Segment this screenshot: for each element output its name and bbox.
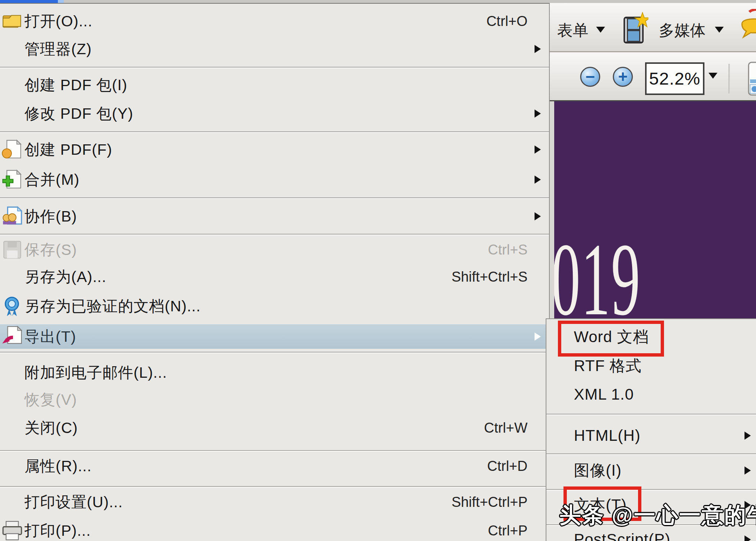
menu-separator [0, 234, 549, 235]
menu-separator [0, 67, 549, 68]
menu-item-create-pdf-package[interactable]: 创建 PDF 包(I) [0, 72, 549, 98]
menu-shortcut: Ctrl+P [488, 523, 527, 539]
menu-item-save-as[interactable]: 另存为(A)... Shift+Ctrl+S [0, 265, 549, 289]
menu-item-label: 另存为已验证的文档(N)... [24, 296, 201, 317]
submenu-arrow-icon [535, 212, 541, 220]
submenu-item-postscript[interactable]: PostScript(P) [546, 529, 756, 541]
export-icon [1, 326, 23, 347]
forms-button[interactable]: 表单 [557, 20, 588, 41]
menu-item-label: 打印(P)... [24, 521, 91, 541]
certified-ribbon-icon [1, 295, 23, 317]
watermark-text: 头条 @一心一意的牛 [559, 501, 756, 530]
menu-item-label: 保存(S) [24, 240, 77, 260]
submenu-separator [546, 453, 756, 454]
combine-icon [1, 169, 23, 190]
menu-item-modify-pdf-package[interactable]: 修改 PDF 包(Y) [0, 100, 549, 127]
menu-item-label: 管理器(Z) [24, 39, 92, 59]
menu-item-create-pdf[interactable]: 创建 PDF(F) [0, 135, 549, 164]
titlebar-strip [0, 0, 756, 3]
submenu-arrow-icon [745, 535, 751, 541]
menu-item-collaborate[interactable]: 协作(B) [0, 201, 549, 232]
menu-item-label: 打开(O)... [24, 11, 92, 32]
menu-item-save-certified[interactable]: 另存为已验证的文档(N)... [0, 293, 549, 319]
submenu-item-html[interactable]: HTML(H) [546, 424, 756, 447]
menu-item-revert[interactable]: 恢复(V) [0, 388, 549, 411]
menu-shortcut: Ctrl+O [486, 13, 527, 29]
submenu-item-xml[interactable]: XML 1.0 [546, 383, 756, 406]
submenu-item-label: RTF 格式 [574, 355, 642, 376]
menu-separator [0, 131, 549, 132]
submenu-separator [546, 414, 756, 414]
menu-item-label: 恢复(V) [24, 390, 77, 410]
menu-item-label: 打印设置(U)... [24, 492, 123, 512]
menu-item-label: 创建 PDF 包(I) [24, 75, 127, 95]
menu-item-print[interactable]: 打印(P)... Ctrl+P [0, 519, 549, 541]
menu-item-label: 导出(T) [24, 327, 76, 347]
submenu-item-label: 图像(I) [574, 460, 622, 481]
toolbar-zoom: − + 52.2% [550, 53, 756, 101]
menu-item-label: 另存为(A)... [24, 267, 106, 287]
titlebar-blue-segment [0, 0, 58, 3]
submenu-arrow-icon [535, 109, 541, 118]
collaborate-icon [1, 206, 23, 227]
menu-shortcut: Ctrl+D [487, 458, 527, 474]
save-icon [1, 239, 23, 260]
menu-item-export[interactable]: 导出(T) [0, 324, 549, 349]
menu-item-label: 关闭(C) [24, 418, 78, 438]
zoom-in-button[interactable]: + [613, 67, 633, 87]
menu-separator [0, 450, 549, 451]
titlebar-blue-fade [58, 0, 64, 3]
app-window: 打开(O)... Ctrl+O 管理器(Z) 创建 PDF 包(I) 修改 PD… [0, 0, 756, 541]
submenu-item-rtf[interactable]: RTF 格式 [546, 355, 756, 377]
file-menu: 打开(O)... Ctrl+O 管理器(Z) 创建 PDF 包(I) 修改 PD… [0, 3, 550, 541]
submenu-arrow-icon [535, 45, 541, 53]
menu-item-label: 合并(M) [24, 170, 79, 190]
menu-item-label: 附加到电子邮件(L)... [24, 363, 167, 383]
toolbar-divider [729, 64, 730, 94]
menu-item-open[interactable]: 打开(O)... Ctrl+O [0, 7, 549, 35]
toolbar-top: 表单 多媒体 [550, 3, 756, 52]
submenu-arrow-icon [535, 332, 541, 341]
menu-separator [0, 197, 549, 198]
menu-item-label: 属性(R)... [24, 456, 92, 476]
menu-item-attach-to-email[interactable]: 附加到电子邮件(L)... [0, 360, 549, 385]
submenu-item-label: PostScript(P) [574, 531, 670, 541]
printer-icon [1, 520, 23, 541]
zoom-level-value: 52.2% [649, 69, 700, 88]
zoom-level-input[interactable]: 52.2% [645, 62, 704, 95]
submenu-arrow-icon [535, 176, 541, 184]
menu-item-label: 协作(B) [24, 206, 77, 227]
menu-separator [0, 486, 549, 487]
menu-item-organizer[interactable]: 管理器(Z) [0, 35, 549, 63]
submenu-item-image[interactable]: 图像(I) [546, 458, 756, 483]
submenu-item-label: HTML(H) [574, 427, 641, 445]
menu-item-combine[interactable]: 合并(M) [0, 164, 549, 195]
menu-shortcut: Shift+Ctrl+S [451, 269, 527, 285]
annotation-box-word [558, 321, 664, 357]
menu-shortcut: Ctrl+S [488, 242, 527, 258]
menu-item-properties[interactable]: 属性(R)... Ctrl+D [0, 454, 549, 478]
create-pdf-icon [1, 139, 23, 160]
multimedia-button[interactable]: 多媒体 [659, 20, 706, 41]
chevron-down-icon[interactable] [709, 73, 717, 79]
page-display-icon[interactable] [748, 62, 756, 96]
submenu-arrow-icon [535, 145, 541, 154]
submenu-arrow-icon [745, 466, 751, 475]
menu-item-print-setup[interactable]: 打印设置(U)... Shift+Ctrl+P [0, 490, 549, 514]
menu-item-label: 创建 PDF(F) [24, 140, 112, 160]
zoom-out-button[interactable]: − [580, 67, 600, 87]
folder-icon [1, 10, 23, 32]
submenu-arrow-icon [745, 432, 751, 440]
menu-shortcut: Ctrl+W [484, 420, 527, 436]
comment-bubble-icon[interactable] [738, 9, 756, 47]
menu-item-close[interactable]: 关闭(C) Ctrl+W [0, 416, 549, 440]
menu-item-save[interactable]: 保存(S) Ctrl+S [0, 237, 549, 263]
multimedia-icon[interactable] [621, 12, 648, 45]
document-cover-text: 019 [554, 227, 641, 331]
menu-item-label: 修改 PDF 包(Y) [24, 104, 133, 124]
menu-separator [0, 352, 549, 353]
submenu-item-label: XML 1.0 [574, 386, 634, 403]
chevron-down-icon[interactable] [596, 27, 605, 33]
menu-shortcut: Shift+Ctrl+P [451, 494, 527, 510]
chevron-down-icon[interactable] [715, 27, 724, 33]
